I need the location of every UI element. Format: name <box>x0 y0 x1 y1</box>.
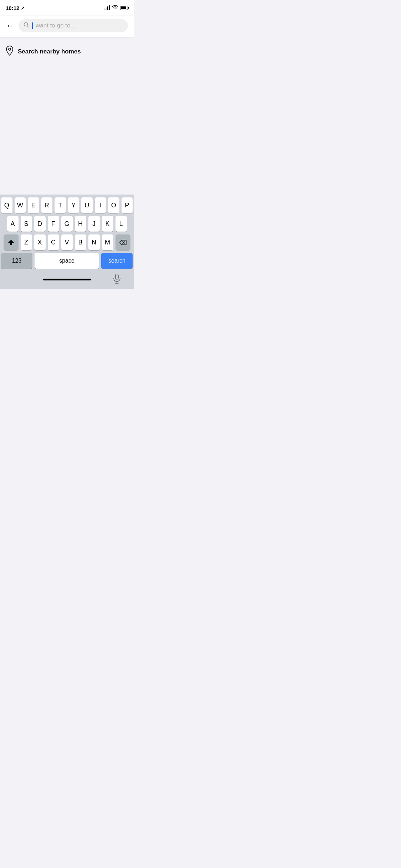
status-bar: 10:12 ↗ <box>0 0 134 16</box>
key-g[interactable]: G <box>61 216 73 232</box>
back-button[interactable]: ← <box>6 21 14 30</box>
mic-icon <box>113 274 121 284</box>
key-d[interactable]: D <box>34 216 46 232</box>
keyboard: Q W E R T Y U I O P A S D F G H J K L Z … <box>0 195 134 289</box>
key-r[interactable]: R <box>41 197 53 213</box>
key-u[interactable]: U <box>81 197 93 213</box>
space-key[interactable]: space <box>35 253 99 269</box>
numeric-key[interactable]: 123 <box>1 253 32 269</box>
key-l[interactable]: L <box>115 216 127 232</box>
status-icons <box>104 5 128 11</box>
search-icon <box>24 22 29 29</box>
location-pin-icon <box>6 46 14 58</box>
home-indicator-area <box>32 277 101 280</box>
delete-key[interactable] <box>115 234 130 250</box>
key-q[interactable]: Q <box>1 197 12 213</box>
key-b[interactable]: B <box>75 234 86 250</box>
keyboard-row-3: Z X C V B N M <box>1 234 133 250</box>
search-input-wrapper[interactable]: want to go to... <box>19 19 128 32</box>
search-header: ← want to go to... <box>0 16 134 37</box>
battery-icon <box>120 6 128 10</box>
keyboard-bottom <box>1 272 133 288</box>
key-y[interactable]: Y <box>68 197 79 213</box>
key-j[interactable]: J <box>88 216 100 232</box>
status-time: 10:12 ↗ <box>6 5 25 11</box>
search-placeholder: want to go to... <box>36 22 76 29</box>
nearby-homes-label: Search nearby homes <box>18 48 81 55</box>
svg-rect-5 <box>115 274 118 279</box>
key-p[interactable]: P <box>122 197 133 213</box>
key-z[interactable]: Z <box>21 234 32 250</box>
key-v[interactable]: V <box>61 234 73 250</box>
location-arrow-icon: ↗ <box>21 5 25 11</box>
key-a[interactable]: A <box>7 216 19 232</box>
key-x[interactable]: X <box>34 234 46 250</box>
home-indicator <box>43 279 91 280</box>
key-t[interactable]: T <box>55 197 66 213</box>
time-display: 10:12 <box>6 5 19 11</box>
svg-line-1 <box>27 26 29 27</box>
key-k[interactable]: K <box>102 216 113 232</box>
key-w[interactable]: W <box>15 197 26 213</box>
text-cursor <box>32 22 33 29</box>
key-c[interactable]: C <box>48 234 59 250</box>
content-area: Search nearby homes <box>0 37 134 66</box>
key-m[interactable]: M <box>102 234 113 250</box>
key-f[interactable]: F <box>48 216 59 232</box>
svg-point-2 <box>9 48 11 50</box>
mic-area[interactable] <box>101 274 133 284</box>
key-o[interactable]: O <box>108 197 119 213</box>
key-h[interactable]: H <box>75 216 86 232</box>
keyboard-row-4: 123 space search <box>1 253 133 269</box>
keyboard-row-2: A S D F G H J K L <box>1 216 133 232</box>
key-n[interactable]: N <box>88 234 100 250</box>
search-key[interactable]: search <box>101 253 133 269</box>
key-e[interactable]: E <box>28 197 39 213</box>
wifi-icon <box>112 5 118 11</box>
keyboard-row-1: Q W E R T Y U I O P <box>1 197 133 213</box>
key-i[interactable]: I <box>95 197 106 213</box>
key-s[interactable]: S <box>21 216 32 232</box>
search-nearby-homes-item[interactable]: Search nearby homes <box>6 46 128 58</box>
shift-key[interactable] <box>4 234 19 250</box>
signal-icon <box>104 6 110 10</box>
